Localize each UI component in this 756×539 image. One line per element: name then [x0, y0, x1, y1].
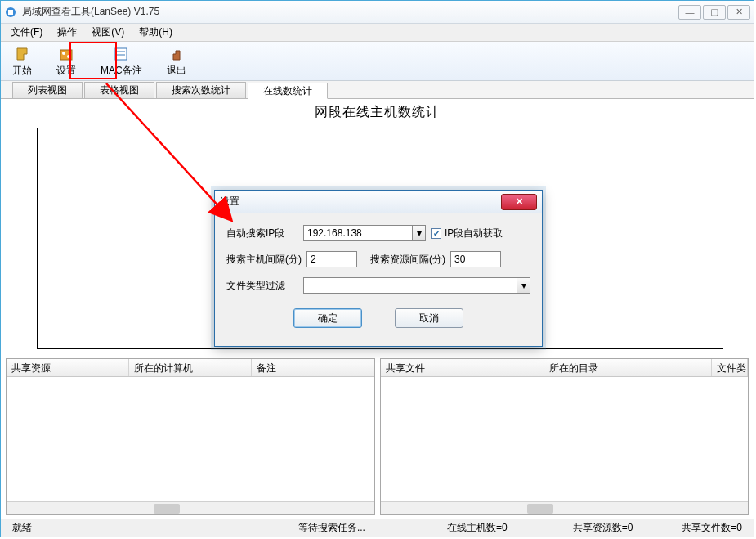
- svg-rect-2: [60, 50, 72, 60]
- tab-online-stats[interactable]: 在线数统计: [248, 83, 328, 99]
- status-online: 在线主机数=0: [439, 521, 516, 535]
- toolbar-exit-label: 退出: [167, 64, 186, 78]
- file-filter-input[interactable]: [303, 277, 517, 294]
- tab-search-stats[interactable]: 搜索次数统计: [156, 82, 246, 98]
- toolbar-settings-button[interactable]: 设置: [51, 43, 81, 79]
- dialog-title: 设置: [220, 195, 501, 209]
- chart-title: 网段在线主机数统计: [1, 99, 754, 121]
- svg-point-3: [62, 52, 65, 55]
- tab-list-view[interactable]: 列表视图: [12, 82, 83, 98]
- start-icon: [13, 45, 31, 63]
- settings-dialog: 设置 ✕ 自动搜索IP段 ▾ ✔ IP段自动获取 搜索主机间隔(分) 搜索资源间…: [214, 190, 543, 347]
- pane-shared-resources: 共享资源 所在的计算机 备注: [6, 358, 375, 515]
- menu-file[interactable]: 文件(F): [4, 24, 49, 41]
- tab-table-view[interactable]: 表格视图: [84, 82, 154, 98]
- minimize-button[interactable]: —: [678, 5, 701, 20]
- ip-auto-get-label: IP段自动获取: [445, 227, 503, 240]
- status-waiting: 等待搜索任务...: [290, 521, 374, 535]
- pane-right-body: [381, 377, 749, 501]
- menu-operation[interactable]: 操作: [51, 24, 83, 41]
- svg-rect-1: [8, 10, 13, 15]
- col-shared-resource[interactable]: 共享资源: [7, 359, 129, 376]
- toolbar-macnote-button[interactable]: MAC备注: [96, 43, 147, 79]
- host-interval-input[interactable]: [306, 251, 357, 267]
- exit-icon: [168, 45, 186, 63]
- statusbar: 就绪 等待搜索任务... 在线主机数=0 共享资源数=0 共享文件数=0: [1, 519, 754, 537]
- titlebar: 局域网查看工具(LanSee) V1.75 — ▢ ✕: [1, 1, 754, 24]
- svg-point-4: [67, 55, 70, 58]
- dialog-row-ip: 自动搜索IP段 ▾ ✔ IP段自动获取: [226, 225, 530, 241]
- window-controls: — ▢ ✕: [678, 5, 750, 20]
- toolbar-start-button[interactable]: 开始: [7, 43, 37, 79]
- label-host-interval: 搜索主机间隔(分): [226, 253, 302, 267]
- maximize-button[interactable]: ▢: [703, 5, 726, 20]
- tab-bar: 列表视图 表格视图 搜索次数统计 在线数统计: [1, 81, 754, 99]
- macnote-icon: [112, 45, 130, 63]
- pane-left-body: [7, 377, 374, 501]
- resource-interval-input[interactable]: [450, 251, 501, 267]
- ok-button[interactable]: 确定: [293, 308, 362, 328]
- col-filetype[interactable]: 文件类: [712, 359, 748, 376]
- toolbar-macnote-label: MAC备注: [101, 64, 142, 78]
- toolbar-settings-label: 设置: [56, 64, 76, 78]
- chevron-down-icon[interactable]: ▾: [413, 225, 426, 241]
- col-shared-file[interactable]: 共享文件: [381, 359, 544, 376]
- status-ready: 就绪: [4, 521, 40, 535]
- app-icon: [4, 6, 17, 19]
- settings-icon: [57, 45, 75, 63]
- dialog-body: 自动搜索IP段 ▾ ✔ IP段自动获取 搜索主机间隔(分) 搜索资源间隔(分) …: [215, 213, 542, 346]
- pane-right-scrollbar[interactable]: [381, 501, 749, 514]
- status-shares: 共享资源数=0: [565, 521, 642, 535]
- dialog-row-filter: 文件类型过滤 ▾: [226, 277, 530, 294]
- pane-right-header: 共享文件 所在的目录 文件类: [381, 359, 749, 377]
- label-file-filter: 文件类型过滤: [226, 279, 298, 293]
- ip-range-input[interactable]: [303, 225, 413, 241]
- label-auto-search-ip: 自动搜索IP段: [226, 227, 298, 240]
- dialog-close-button[interactable]: ✕: [501, 194, 537, 210]
- cancel-button[interactable]: 取消: [395, 308, 463, 328]
- col-directory[interactable]: 所在的目录: [544, 359, 713, 376]
- menu-help[interactable]: 帮助(H): [132, 24, 179, 41]
- toolbar-start-label: 开始: [12, 64, 32, 78]
- svg-rect-5: [115, 48, 127, 60]
- dialog-row-intervals: 搜索主机间隔(分) 搜索资源间隔(分): [226, 251, 530, 267]
- pane-left-scrollbar[interactable]: [7, 501, 374, 514]
- dialog-titlebar: 设置 ✕: [215, 191, 542, 213]
- window-title: 局域网查看工具(LanSee) V1.75: [22, 5, 678, 19]
- col-remark[interactable]: 备注: [252, 359, 374, 376]
- toolbar-exit-button[interactable]: 退出: [162, 43, 191, 79]
- menu-view[interactable]: 视图(V): [85, 24, 131, 41]
- pane-left-header: 共享资源 所在的计算机 备注: [7, 359, 374, 377]
- ip-auto-get-checkbox[interactable]: ✔ IP段自动获取: [431, 227, 503, 240]
- chevron-down-icon[interactable]: ▾: [517, 277, 530, 294]
- close-button[interactable]: ✕: [727, 5, 750, 20]
- checkbox-checked-icon: ✔: [431, 228, 441, 239]
- label-resource-interval: 搜索资源间隔(分): [370, 253, 445, 267]
- toolbar: 开始 设置 MAC备注 退出: [1, 42, 754, 81]
- pane-shared-files: 共享文件 所在的目录 文件类: [380, 358, 749, 515]
- status-files: 共享文件数=0: [673, 521, 750, 535]
- menubar: 文件(F) 操作 视图(V) 帮助(H): [1, 24, 754, 42]
- col-computer[interactable]: 所在的计算机: [129, 359, 252, 376]
- dialog-buttons: 确定 取消: [226, 303, 530, 339]
- bottom-panes: 共享资源 所在的计算机 备注 共享文件 所在的目录 文件类: [1, 355, 754, 519]
- ip-range-combo[interactable]: ▾: [303, 225, 426, 241]
- file-filter-combo[interactable]: ▾: [303, 277, 530, 294]
